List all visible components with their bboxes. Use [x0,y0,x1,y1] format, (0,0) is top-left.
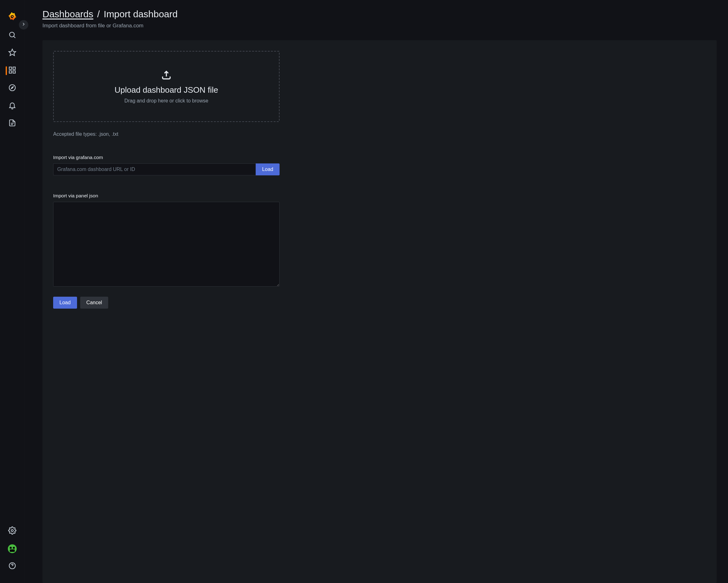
svg-marker-8 [11,87,13,89]
page-header: Dashboards / Import dashboard Import das… [43,9,717,29]
sidebar-item-dashboards[interactable] [0,62,25,80]
svg-rect-5 [9,71,11,73]
upload-dropzone[interactable]: Upload dashboard JSON file Drag and drop… [53,51,280,122]
svg-rect-6 [13,71,16,73]
sidebar-item-pages[interactable] [0,115,25,132]
svg-point-7 [9,85,16,91]
sidebar-item-search[interactable] [0,27,25,44]
upload-icon [161,70,172,82]
sidebar-item-alerting[interactable] [0,97,25,115]
dashboards-icon [8,66,16,76]
dropzone-hint: Drag and drop here or click to browse [125,98,208,104]
help-icon [8,562,16,571]
sidebar-expand-button[interactable] [19,20,28,30]
grafana-logo-icon [7,11,17,23]
breadcrumb-separator: / [97,9,100,19]
chevron-right-icon [21,22,26,28]
breadcrumb-parent-link[interactable]: Dashboards [43,9,94,19]
load-button[interactable]: Load [53,297,77,309]
page-subtitle: Import dashboard from file or Grafana.co… [43,23,717,29]
svg-rect-3 [9,67,11,70]
svg-point-11 [11,530,13,532]
avatar [8,544,17,553]
sidebar-item-starred[interactable] [0,44,25,62]
app-root: Dashboards / Import dashboard Import das… [0,0,728,583]
sidebar-item-profile[interactable] [0,540,25,558]
star-icon [8,48,16,58]
grafana-load-button[interactable]: Load [256,163,280,175]
alerting-icon [8,101,16,111]
svg-point-0 [9,32,14,37]
svg-line-1 [14,36,15,38]
grafana-url-input[interactable] [53,163,256,175]
explore-icon [8,84,16,93]
sidebar-item-settings[interactable] [0,522,25,540]
settings-icon [8,526,16,536]
panel-json-textarea[interactable] [53,202,280,287]
breadcrumb: Dashboards / Import dashboard [43,9,717,20]
grafana-import-label: Import via grafana.com [53,155,280,160]
dropzone-title: Upload dashboard JSON file [114,85,218,95]
sidebar-item-help[interactable] [0,558,25,575]
cancel-button[interactable]: Cancel [80,297,108,309]
search-icon [8,31,16,40]
import-panel: Upload dashboard JSON file Drag and drop… [43,40,717,583]
grafana-import-row: Load [53,163,280,175]
pages-icon [8,119,16,128]
action-buttons: Load Cancel [53,297,280,309]
sidebar [0,0,25,583]
accepted-file-types: Accepted file types: .json, .txt [53,131,280,137]
breadcrumb-current: Import dashboard [104,9,178,19]
sidebar-item-explore[interactable] [0,80,25,97]
svg-rect-4 [13,67,16,70]
main-content: Dashboards / Import dashboard Import das… [25,0,728,583]
svg-marker-2 [9,49,16,56]
panel-json-label: Import via panel json [53,193,280,199]
